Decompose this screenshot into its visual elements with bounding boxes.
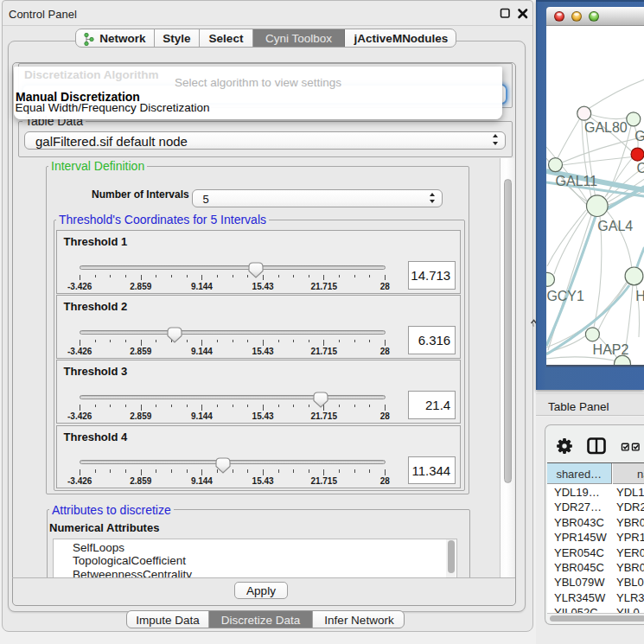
svg-text:GAL80: GAL80 <box>584 121 628 136</box>
svg-text:HI: HI <box>635 290 644 304</box>
svg-text:GAL11: GAL11 <box>555 174 597 188</box>
svg-text:GA: GA <box>634 130 644 144</box>
svg-text:GAL4: GAL4 <box>597 219 633 233</box>
svg-text:HAP2: HAP2 <box>592 342 628 357</box>
svg-text:CY: CY <box>636 162 644 176</box>
svg-text:GCY1: GCY1 <box>546 289 584 303</box>
